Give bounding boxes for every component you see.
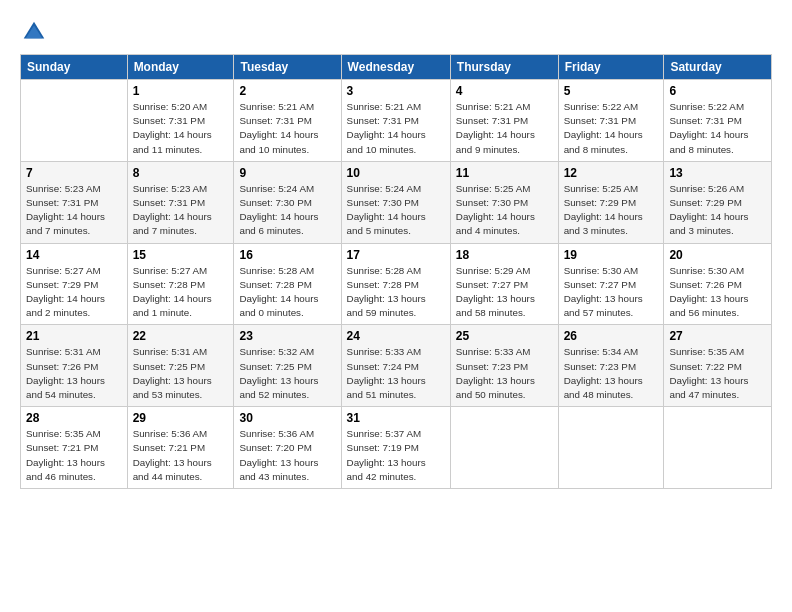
col-header-friday: Friday	[558, 55, 664, 80]
day-cell: 4Sunrise: 5:21 AMSunset: 7:31 PMDaylight…	[450, 80, 558, 162]
day-info: Sunrise: 5:33 AMSunset: 7:24 PMDaylight:…	[347, 345, 445, 402]
day-info: Sunrise: 5:28 AMSunset: 7:28 PMDaylight:…	[347, 264, 445, 321]
day-number: 29	[133, 411, 229, 425]
day-info: Sunrise: 5:32 AMSunset: 7:25 PMDaylight:…	[239, 345, 335, 402]
day-number: 17	[347, 248, 445, 262]
day-info: Sunrise: 5:24 AMSunset: 7:30 PMDaylight:…	[347, 182, 445, 239]
day-info: Sunrise: 5:34 AMSunset: 7:23 PMDaylight:…	[564, 345, 659, 402]
day-number: 16	[239, 248, 335, 262]
day-cell: 31Sunrise: 5:37 AMSunset: 7:19 PMDayligh…	[341, 407, 450, 489]
day-info: Sunrise: 5:20 AMSunset: 7:31 PMDaylight:…	[133, 100, 229, 157]
day-cell: 11Sunrise: 5:25 AMSunset: 7:30 PMDayligh…	[450, 161, 558, 243]
week-row-5: 28Sunrise: 5:35 AMSunset: 7:21 PMDayligh…	[21, 407, 772, 489]
day-cell: 22Sunrise: 5:31 AMSunset: 7:25 PMDayligh…	[127, 325, 234, 407]
day-info: Sunrise: 5:23 AMSunset: 7:31 PMDaylight:…	[133, 182, 229, 239]
day-number: 23	[239, 329, 335, 343]
day-cell: 28Sunrise: 5:35 AMSunset: 7:21 PMDayligh…	[21, 407, 128, 489]
day-number: 21	[26, 329, 122, 343]
day-info: Sunrise: 5:35 AMSunset: 7:21 PMDaylight:…	[26, 427, 122, 484]
day-cell: 12Sunrise: 5:25 AMSunset: 7:29 PMDayligh…	[558, 161, 664, 243]
day-info: Sunrise: 5:21 AMSunset: 7:31 PMDaylight:…	[239, 100, 335, 157]
day-number: 18	[456, 248, 553, 262]
day-info: Sunrise: 5:22 AMSunset: 7:31 PMDaylight:…	[564, 100, 659, 157]
day-cell	[21, 80, 128, 162]
col-header-saturday: Saturday	[664, 55, 772, 80]
day-cell: 13Sunrise: 5:26 AMSunset: 7:29 PMDayligh…	[664, 161, 772, 243]
day-info: Sunrise: 5:29 AMSunset: 7:27 PMDaylight:…	[456, 264, 553, 321]
day-number: 27	[669, 329, 766, 343]
col-header-wednesday: Wednesday	[341, 55, 450, 80]
day-number: 11	[456, 166, 553, 180]
day-number: 3	[347, 84, 445, 98]
header-row: SundayMondayTuesdayWednesdayThursdayFrid…	[21, 55, 772, 80]
col-header-thursday: Thursday	[450, 55, 558, 80]
calendar-page: SundayMondayTuesdayWednesdayThursdayFrid…	[0, 0, 792, 612]
day-info: Sunrise: 5:36 AMSunset: 7:21 PMDaylight:…	[133, 427, 229, 484]
day-cell: 5Sunrise: 5:22 AMSunset: 7:31 PMDaylight…	[558, 80, 664, 162]
week-row-1: 1Sunrise: 5:20 AMSunset: 7:31 PMDaylight…	[21, 80, 772, 162]
day-cell	[664, 407, 772, 489]
day-info: Sunrise: 5:27 AMSunset: 7:29 PMDaylight:…	[26, 264, 122, 321]
day-info: Sunrise: 5:25 AMSunset: 7:29 PMDaylight:…	[564, 182, 659, 239]
day-cell: 25Sunrise: 5:33 AMSunset: 7:23 PMDayligh…	[450, 325, 558, 407]
day-number: 1	[133, 84, 229, 98]
day-number: 6	[669, 84, 766, 98]
day-cell: 29Sunrise: 5:36 AMSunset: 7:21 PMDayligh…	[127, 407, 234, 489]
week-row-2: 7Sunrise: 5:23 AMSunset: 7:31 PMDaylight…	[21, 161, 772, 243]
day-info: Sunrise: 5:21 AMSunset: 7:31 PMDaylight:…	[347, 100, 445, 157]
day-number: 22	[133, 329, 229, 343]
col-header-monday: Monday	[127, 55, 234, 80]
day-cell: 23Sunrise: 5:32 AMSunset: 7:25 PMDayligh…	[234, 325, 341, 407]
day-cell: 2Sunrise: 5:21 AMSunset: 7:31 PMDaylight…	[234, 80, 341, 162]
day-info: Sunrise: 5:37 AMSunset: 7:19 PMDaylight:…	[347, 427, 445, 484]
day-cell: 19Sunrise: 5:30 AMSunset: 7:27 PMDayligh…	[558, 243, 664, 325]
day-info: Sunrise: 5:31 AMSunset: 7:25 PMDaylight:…	[133, 345, 229, 402]
day-info: Sunrise: 5:35 AMSunset: 7:22 PMDaylight:…	[669, 345, 766, 402]
day-info: Sunrise: 5:25 AMSunset: 7:30 PMDaylight:…	[456, 182, 553, 239]
day-info: Sunrise: 5:33 AMSunset: 7:23 PMDaylight:…	[456, 345, 553, 402]
day-number: 26	[564, 329, 659, 343]
day-cell: 9Sunrise: 5:24 AMSunset: 7:30 PMDaylight…	[234, 161, 341, 243]
day-number: 8	[133, 166, 229, 180]
day-cell: 8Sunrise: 5:23 AMSunset: 7:31 PMDaylight…	[127, 161, 234, 243]
day-cell: 30Sunrise: 5:36 AMSunset: 7:20 PMDayligh…	[234, 407, 341, 489]
day-cell: 15Sunrise: 5:27 AMSunset: 7:28 PMDayligh…	[127, 243, 234, 325]
day-info: Sunrise: 5:30 AMSunset: 7:26 PMDaylight:…	[669, 264, 766, 321]
day-cell: 6Sunrise: 5:22 AMSunset: 7:31 PMDaylight…	[664, 80, 772, 162]
day-number: 20	[669, 248, 766, 262]
calendar-table: SundayMondayTuesdayWednesdayThursdayFrid…	[20, 54, 772, 489]
day-info: Sunrise: 5:22 AMSunset: 7:31 PMDaylight:…	[669, 100, 766, 157]
day-number: 4	[456, 84, 553, 98]
day-info: Sunrise: 5:21 AMSunset: 7:31 PMDaylight:…	[456, 100, 553, 157]
day-info: Sunrise: 5:23 AMSunset: 7:31 PMDaylight:…	[26, 182, 122, 239]
day-info: Sunrise: 5:31 AMSunset: 7:26 PMDaylight:…	[26, 345, 122, 402]
day-number: 24	[347, 329, 445, 343]
week-row-4: 21Sunrise: 5:31 AMSunset: 7:26 PMDayligh…	[21, 325, 772, 407]
day-info: Sunrise: 5:26 AMSunset: 7:29 PMDaylight:…	[669, 182, 766, 239]
day-cell: 16Sunrise: 5:28 AMSunset: 7:28 PMDayligh…	[234, 243, 341, 325]
day-cell	[558, 407, 664, 489]
day-cell: 14Sunrise: 5:27 AMSunset: 7:29 PMDayligh…	[21, 243, 128, 325]
day-number: 14	[26, 248, 122, 262]
day-number: 25	[456, 329, 553, 343]
day-number: 2	[239, 84, 335, 98]
day-cell: 27Sunrise: 5:35 AMSunset: 7:22 PMDayligh…	[664, 325, 772, 407]
day-info: Sunrise: 5:36 AMSunset: 7:20 PMDaylight:…	[239, 427, 335, 484]
day-number: 13	[669, 166, 766, 180]
day-number: 12	[564, 166, 659, 180]
day-info: Sunrise: 5:28 AMSunset: 7:28 PMDaylight:…	[239, 264, 335, 321]
day-number: 10	[347, 166, 445, 180]
day-cell: 18Sunrise: 5:29 AMSunset: 7:27 PMDayligh…	[450, 243, 558, 325]
logo-icon	[20, 18, 48, 46]
day-cell	[450, 407, 558, 489]
week-row-3: 14Sunrise: 5:27 AMSunset: 7:29 PMDayligh…	[21, 243, 772, 325]
header	[20, 18, 772, 46]
day-cell: 7Sunrise: 5:23 AMSunset: 7:31 PMDaylight…	[21, 161, 128, 243]
day-number: 28	[26, 411, 122, 425]
day-cell: 17Sunrise: 5:28 AMSunset: 7:28 PMDayligh…	[341, 243, 450, 325]
day-number: 15	[133, 248, 229, 262]
day-cell: 20Sunrise: 5:30 AMSunset: 7:26 PMDayligh…	[664, 243, 772, 325]
day-cell: 10Sunrise: 5:24 AMSunset: 7:30 PMDayligh…	[341, 161, 450, 243]
day-cell: 24Sunrise: 5:33 AMSunset: 7:24 PMDayligh…	[341, 325, 450, 407]
logo	[20, 18, 50, 46]
